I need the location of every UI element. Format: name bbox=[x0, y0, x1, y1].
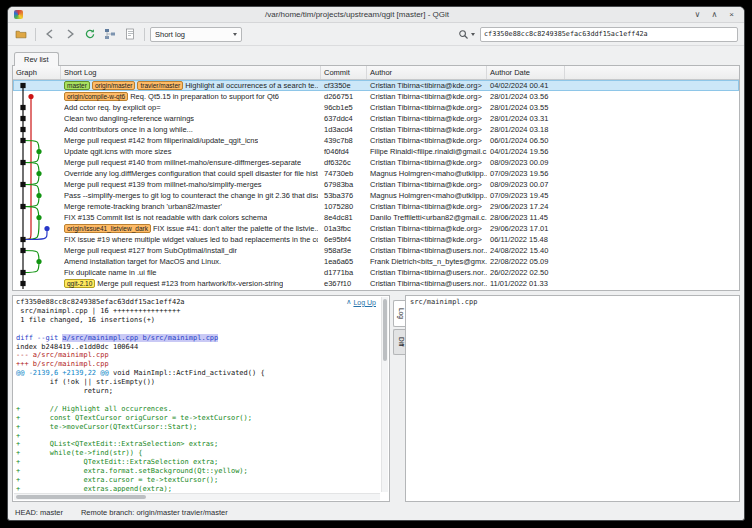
open-repository-button[interactable] bbox=[12, 26, 30, 43]
commit-row[interactable]: origin/compile-w-qt6Req. Qt5.15 in prepa… bbox=[13, 91, 739, 102]
commit-author: Cristian Tibirna<tibirna@kde.org> bbox=[367, 135, 487, 146]
table-cell bbox=[13, 256, 61, 267]
commit-date: 06/11/2022 15.48 bbox=[487, 234, 565, 245]
table-cell: Amend installation target for MacOS and … bbox=[61, 256, 321, 267]
table-cell bbox=[565, 256, 739, 267]
table-cell bbox=[13, 234, 61, 245]
table-cell: Fix duplicate name in .ui file bbox=[61, 267, 321, 278]
commit-row[interactable]: Pass --simplify-merges to git log to cou… bbox=[13, 190, 739, 201]
commit-row[interactable]: Add contributors once in a long while...… bbox=[13, 124, 739, 135]
diff-view[interactable]: cf3350e88cc8c8249385efac63ddf15ac1eff42a… bbox=[13, 297, 380, 492]
diff-horizontal-scrollbar[interactable] bbox=[14, 493, 380, 500]
diff-line: index b248419..e1dd0dc 100644 bbox=[16, 343, 377, 352]
sha-search-input[interactable] bbox=[480, 27, 738, 42]
table-cell bbox=[13, 179, 61, 190]
commit-row[interactable]: Merge remote-tracking branch 'urban82/ma… bbox=[13, 201, 739, 212]
commit-sha: 8e4dc81 bbox=[321, 212, 367, 223]
commit-row[interactable]: FIX #135 Commit list is not readable wit… bbox=[13, 212, 739, 223]
commit-author: Frank Dietrich<bits_n_bytes@gmx... bbox=[367, 256, 487, 267]
commit-subject: Clean two dangling-reference warnings bbox=[64, 114, 194, 123]
table-cell bbox=[565, 245, 739, 256]
column-header-author-date[interactable]: Author Date bbox=[487, 66, 565, 79]
file-tree-button[interactable] bbox=[101, 26, 119, 43]
table-cell bbox=[13, 278, 61, 289]
diff-panel: ∧ Log Up cf3350e88cc8c8249385efac63ddf15… bbox=[12, 295, 390, 502]
commit-row[interactable]: qgit-2.10Merge pull request #123 from ha… bbox=[13, 278, 739, 289]
toolbar-separator bbox=[35, 28, 36, 41]
commit-row[interactable]: Merge pull request #127 from SubOptimal/… bbox=[13, 245, 739, 256]
column-header-short-log[interactable]: Short Log bbox=[61, 66, 321, 79]
back-button[interactable] bbox=[41, 26, 59, 43]
search-type-button[interactable] bbox=[454, 26, 478, 43]
scrollbar-thumb[interactable] bbox=[383, 299, 387, 361]
column-header-author[interactable]: Author bbox=[367, 66, 487, 79]
commit-row[interactable]: Merge pull request #140 from millnet-mah… bbox=[13, 157, 739, 168]
diff-line: if (!ok || str.isEmpty()) bbox=[16, 378, 377, 387]
forward-button[interactable] bbox=[61, 26, 79, 43]
commit-row[interactable]: Clean two dangling-reference warnings637… bbox=[13, 113, 739, 124]
commit-row[interactable]: FIX issue #19 where multiple widget valu… bbox=[13, 234, 739, 245]
table-cell bbox=[13, 135, 61, 146]
ref-badge-remote: origin/master bbox=[92, 81, 136, 91]
ref-badge-remote: origin/compile-w-qt6 bbox=[64, 92, 128, 102]
commit-subject: Merge remote-tracking branch 'urban82/ma… bbox=[64, 202, 222, 211]
commit-sha: f046fd4 bbox=[321, 146, 367, 157]
table-cell bbox=[13, 91, 61, 102]
commit-row[interactable]: Override any log.diffMerges configuratio… bbox=[13, 168, 739, 179]
diff-line bbox=[16, 325, 377, 334]
commit-row[interactable]: Merge pull request #142 from filiperinal… bbox=[13, 135, 739, 146]
commit-sha: 67983ba bbox=[321, 179, 367, 190]
minimize-button[interactable]: ∨ bbox=[691, 8, 704, 21]
column-header-commit[interactable]: Commit bbox=[321, 66, 367, 79]
commit-subject: Add contributors once in a long while... bbox=[64, 125, 193, 134]
tab-bar: Rev list bbox=[12, 48, 740, 65]
commit-row[interactable]: Fix duplicate name in .ui filed1771baCri… bbox=[13, 267, 739, 278]
commit-author: Cristian Tibirna<tibirna@kde.org> bbox=[367, 157, 487, 168]
commit-row[interactable]: origin/issue41_listview_darkFIX issue #4… bbox=[13, 223, 739, 234]
tab-rev-list[interactable]: Rev list bbox=[14, 52, 59, 66]
file-viewer-wrap: Log Diff src/mainimpl.cpp bbox=[393, 295, 740, 502]
tab-log[interactable]: Log bbox=[393, 300, 405, 327]
table-cell: Merge pull request #127 from SubOptimal/… bbox=[61, 245, 321, 256]
diff-line: + QList<QTextEdit::ExtraSelection> extra… bbox=[16, 440, 377, 449]
commit-subject: Merge pull request #140 from millnet-mah… bbox=[64, 158, 301, 167]
app-icon bbox=[14, 10, 23, 19]
table-cell bbox=[13, 146, 61, 157]
commit-subject: Fix duplicate name in .ui file bbox=[64, 268, 157, 277]
commit-subject: FIX #135 Commit list is not readable wit… bbox=[64, 213, 267, 222]
table-cell bbox=[565, 223, 739, 234]
scrollbar-thumb[interactable] bbox=[16, 495, 146, 499]
log-up-label: Log Up bbox=[353, 299, 376, 306]
commit-sha: 6e95bf4 bbox=[321, 234, 367, 245]
format-patch-button[interactable] bbox=[121, 26, 139, 43]
commit-row[interactable]: Add cctor req. by explicit op=96cb1e5Cri… bbox=[13, 102, 739, 113]
refresh-button[interactable] bbox=[81, 26, 99, 43]
diff-line bbox=[16, 396, 377, 405]
column-header-graph[interactable]: Graph bbox=[13, 66, 61, 79]
file-title: src/mainimpl.cpp bbox=[406, 296, 739, 308]
view-mode-combobox[interactable]: Short log bbox=[150, 27, 242, 42]
file-panel[interactable]: src/mainimpl.cpp bbox=[405, 295, 740, 502]
commit-subject: Merge pull request #123 from hartwork/fi… bbox=[97, 279, 283, 288]
commit-row[interactable]: Amend installation target for MacOS and … bbox=[13, 256, 739, 267]
commit-author: Magnus Holmgren<maho@utklipp... bbox=[367, 190, 487, 201]
commit-row[interactable]: Merge pull request #139 from millnet-mah… bbox=[13, 179, 739, 190]
table-cell: masterorigin/mastertravier/masterHighlig… bbox=[61, 80, 321, 91]
tab-diff[interactable]: Diff bbox=[393, 329, 405, 355]
table-cell bbox=[13, 168, 61, 179]
log-up-link[interactable]: ∧ Log Up bbox=[346, 298, 376, 306]
diff-line: +++ b/src/mainimpl.cpp bbox=[16, 360, 377, 369]
diff-vertical-scrollbar[interactable] bbox=[381, 297, 388, 492]
maximize-button[interactable]: ∧ bbox=[708, 8, 721, 21]
table-cell bbox=[13, 212, 61, 223]
table-cell: Add cctor req. by explicit op= bbox=[61, 102, 321, 113]
commit-subject: Amend installation target for MacOS and … bbox=[64, 257, 221, 266]
commit-row[interactable]: masterorigin/mastertravier/masterHighlig… bbox=[13, 80, 739, 91]
table-cell bbox=[13, 102, 61, 113]
commit-date: 26/02/2022 02.50 bbox=[487, 267, 565, 278]
commit-row[interactable]: Update qgit.icns with more sizesf046fd4F… bbox=[13, 146, 739, 157]
diff-line: + extras.append(extra); bbox=[16, 485, 377, 492]
close-button[interactable]: × bbox=[725, 8, 738, 21]
commit-subject: Add cctor req. by explicit op= bbox=[64, 103, 161, 112]
commit-date: 28/01/2024 03.18 bbox=[487, 124, 565, 135]
